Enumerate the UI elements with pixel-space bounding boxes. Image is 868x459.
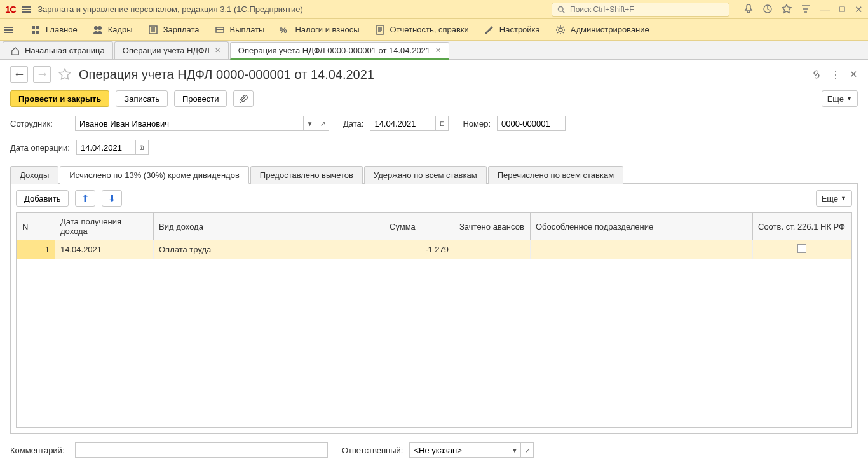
close-icon[interactable]: ✕: [435, 46, 441, 55]
move-up-button[interactable]: ⬆: [75, 190, 95, 207]
post-and-close-button[interactable]: Провести и закрыть: [10, 90, 109, 107]
close-page-button[interactable]: ✕: [850, 69, 858, 80]
menu-settings[interactable]: Настройка: [484, 25, 540, 35]
cell-advance[interactable]: [454, 240, 531, 259]
nav-forward-button[interactable]: 🠖: [33, 66, 51, 83]
menu-label: Зарплата: [163, 25, 200, 34]
col-advance[interactable]: Зачтено авансов: [454, 213, 531, 240]
menu-salary[interactable]: Зарплата: [148, 25, 200, 35]
wintab-label: Операция учета НДФЛ 0000-000001 от 14.04…: [238, 46, 430, 55]
svg-point-3: [94, 26, 98, 30]
number-input[interactable]: [497, 116, 566, 131]
cell-date[interactable]: 14.04.2021: [55, 240, 154, 259]
col-division[interactable]: Обособленное подразделение: [531, 213, 753, 240]
col-kind[interactable]: Вид дохода: [154, 213, 384, 240]
menu-payments[interactable]: Выплаты: [215, 25, 265, 35]
comment-input[interactable]: [75, 442, 328, 458]
panel-more-button[interactable]: Еще▼: [816, 190, 852, 207]
grid-wrapper[interactable]: N Дата получения дохода Вид дохода Сумма…: [16, 212, 852, 428]
move-down-button[interactable]: ⬇: [102, 190, 122, 207]
tab-deductions[interactable]: Предоставлено вычетов: [250, 166, 363, 184]
filter-icon[interactable]: [801, 4, 811, 14]
opdate-label: Дата операции:: [10, 143, 70, 153]
date-input[interactable]: [370, 116, 436, 131]
minimize-button[interactable]: —: [820, 4, 830, 15]
svg-point-4: [98, 26, 102, 30]
bell-icon[interactable]: [743, 4, 754, 14]
app-menu-icon[interactable]: [22, 6, 31, 13]
checkbox-icon[interactable]: [797, 244, 806, 253]
add-row-button[interactable]: Добавить: [16, 190, 69, 207]
cell-kind[interactable]: Оплата труда: [154, 240, 384, 259]
post-button[interactable]: Провести: [174, 90, 227, 107]
more-button[interactable]: Еще▼: [822, 90, 858, 107]
open-icon[interactable]: ↗: [316, 116, 329, 131]
col-date[interactable]: Дата получения дохода: [55, 213, 154, 240]
tab-calculated[interactable]: Исчислено по 13% (30%) кроме дивидендов: [60, 166, 249, 184]
wintab-list[interactable]: Операции учета НДФЛ ✕: [114, 41, 229, 59]
tab-transferred[interactable]: Перечислено по всем ставкам: [488, 166, 623, 184]
link-icon[interactable]: [811, 69, 822, 79]
global-search[interactable]: [552, 3, 729, 17]
cell-division[interactable]: [531, 240, 753, 259]
save-button[interactable]: Записать: [116, 90, 168, 107]
tab-withheld[interactable]: Удержано по всем ставкам: [364, 166, 487, 184]
close-window-button[interactable]: ✕: [855, 4, 863, 15]
wintab-label: Операции учета НДФЛ: [123, 46, 210, 55]
button-label: Еще: [827, 94, 844, 104]
tab-label: Предоставлено вычетов: [260, 170, 353, 180]
svg-rect-7: [216, 29, 224, 30]
button-label: Добавить: [24, 194, 60, 203]
date-field[interactable]: 🗓: [370, 116, 449, 131]
cell-n[interactable]: 1: [17, 240, 55, 259]
calendar-icon[interactable]: 🗓: [436, 116, 449, 131]
logo-1c: 1C: [5, 4, 16, 15]
more-menu-icon[interactable]: ⋮: [831, 69, 841, 81]
comment-field[interactable]: [75, 442, 328, 458]
menu-admin[interactable]: Администрирование: [555, 25, 649, 35]
menu-label: Администрирование: [571, 25, 649, 34]
menu-label: Настройка: [499, 25, 540, 34]
wintab-home[interactable]: Начальная страница: [3, 41, 113, 59]
menu-taxes[interactable]: %Налоги и взносы: [280, 25, 359, 35]
col-n[interactable]: N: [17, 213, 55, 240]
cell-art226[interactable]: [753, 240, 851, 259]
star-icon[interactable]: [782, 4, 792, 14]
favorite-star-icon[interactable]: [58, 68, 71, 81]
window-tabs: Начальная страница Операции учета НДФЛ ✕…: [0, 41, 868, 60]
responsible-field[interactable]: ▼ ↗: [409, 442, 534, 458]
svg-point-0: [559, 6, 564, 11]
attach-button[interactable]: [233, 90, 254, 107]
employee-field[interactable]: ▼ ↗: [75, 116, 329, 131]
wintab-document[interactable]: Операция учета НДФЛ 0000-000001 от 14.04…: [230, 42, 449, 60]
app-title: Зарплата и управление персоналом, редакц…: [37, 4, 303, 14]
maximize-button[interactable]: ◻: [839, 4, 846, 15]
global-search-input[interactable]: [569, 4, 724, 15]
nav-back-button[interactable]: 🠔: [10, 66, 28, 83]
svg-point-10: [559, 28, 562, 32]
menu-label: Налоги и взносы: [295, 25, 359, 34]
dropdown-icon[interactable]: ▼: [508, 442, 521, 458]
opdate-field[interactable]: 🗓: [76, 140, 149, 155]
col-sum[interactable]: Сумма: [384, 213, 454, 240]
col-art226[interactable]: Соотв. ст. 226.1 НК РФ: [753, 213, 851, 240]
menu-staff[interactable]: Кадры: [93, 25, 133, 35]
menu-reports[interactable]: Отчетность, справки: [375, 25, 469, 35]
opdate-input[interactable]: [76, 140, 136, 155]
dropdown-icon[interactable]: ▼: [304, 116, 316, 131]
menu-main[interactable]: Главное: [31, 25, 78, 35]
tab-income[interactable]: Доходы: [10, 166, 58, 184]
button-label: Провести и закрыть: [18, 94, 101, 104]
open-icon[interactable]: ↗: [521, 442, 534, 458]
history-icon[interactable]: [763, 4, 773, 14]
employee-input[interactable]: [75, 116, 304, 131]
close-icon[interactable]: ✕: [215, 46, 220, 55]
sections-menu-icon[interactable]: [4, 27, 13, 33]
table-row[interactable]: 1 14.04.2021 Оплата труда -1 279: [17, 240, 851, 259]
cell-sum[interactable]: -1 279: [384, 240, 454, 259]
footer-row: Комментарий: Ответственный: ▼ ↗: [10, 442, 858, 458]
home-icon: [11, 46, 20, 55]
employee-label: Сотрудник:: [10, 119, 69, 128]
responsible-input[interactable]: [409, 442, 508, 458]
calendar-icon[interactable]: 🗓: [136, 140, 149, 155]
